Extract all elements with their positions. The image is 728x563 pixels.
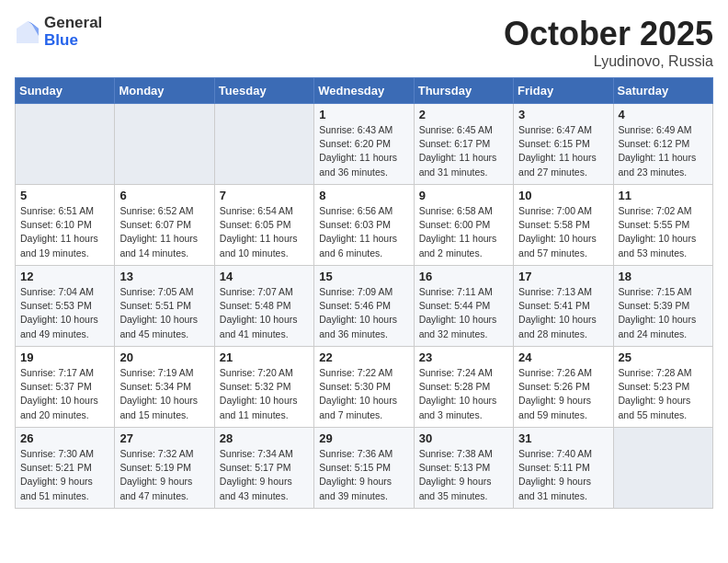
month-title: October 2025 [504, 15, 713, 53]
calendar-week-5: 26Sunrise: 7:30 AMSunset: 5:21 PMDayligh… [16, 428, 713, 509]
day-info: Sunrise: 7:38 AMSunset: 5:13 PMDaylight:… [419, 447, 508, 503]
calendar-cell: 4Sunrise: 6:49 AMSunset: 6:12 PMDaylight… [613, 104, 712, 185]
weekday-header-tuesday: Tuesday [214, 78, 313, 104]
calendar-cell: 1Sunrise: 6:43 AMSunset: 6:20 PMDaylight… [314, 104, 414, 185]
calendar-cell: 30Sunrise: 7:38 AMSunset: 5:13 PMDayligh… [414, 428, 513, 509]
calendar-cell: 10Sunrise: 7:00 AMSunset: 5:58 PMDayligh… [514, 185, 613, 266]
day-info: Sunrise: 7:28 AMSunset: 5:23 PMDaylight:… [619, 366, 708, 422]
weekday-header-row: SundayMondayTuesdayWednesdayThursdayFrid… [16, 78, 713, 104]
calendar-cell: 22Sunrise: 7:22 AMSunset: 5:30 PMDayligh… [314, 347, 414, 428]
weekday-header-saturday: Saturday [613, 78, 712, 104]
day-info: Sunrise: 6:54 AMSunset: 6:05 PMDaylight:… [220, 204, 309, 260]
calendar-cell [214, 104, 313, 185]
day-number: 13 [119, 270, 209, 283]
calendar-table: SundayMondayTuesdayWednesdayThursdayFrid… [15, 77, 713, 509]
day-number: 1 [319, 108, 408, 121]
day-number: 5 [20, 189, 109, 202]
day-number: 10 [518, 189, 608, 202]
day-info: Sunrise: 7:00 AMSunset: 5:58 PMDaylight:… [518, 204, 608, 260]
day-info: Sunrise: 7:36 AMSunset: 5:15 PMDaylight:… [319, 447, 408, 503]
day-number: 24 [518, 350, 608, 364]
day-number: 18 [619, 270, 708, 283]
weekday-header-wednesday: Wednesday [314, 78, 414, 104]
day-info: Sunrise: 6:58 AMSunset: 6:00 PMDaylight:… [419, 204, 508, 260]
day-number: 31 [518, 431, 608, 445]
day-info: Sunrise: 7:40 AMSunset: 5:11 PMDaylight:… [518, 447, 608, 503]
calendar-week-2: 5Sunrise: 6:51 AMSunset: 6:10 PMDaylight… [16, 185, 713, 266]
day-info: Sunrise: 7:30 AMSunset: 5:21 PMDaylight:… [20, 447, 109, 503]
day-number: 30 [419, 431, 508, 445]
calendar-cell: 20Sunrise: 7:19 AMSunset: 5:34 PMDayligh… [115, 347, 214, 428]
day-number: 9 [419, 189, 508, 202]
day-number: 7 [220, 189, 309, 202]
calendar-cell: 13Sunrise: 7:05 AMSunset: 5:51 PMDayligh… [115, 266, 214, 347]
day-number: 22 [319, 350, 408, 364]
calendar-cell: 25Sunrise: 7:28 AMSunset: 5:23 PMDayligh… [613, 347, 712, 428]
calendar-cell: 28Sunrise: 7:34 AMSunset: 5:17 PMDayligh… [214, 428, 313, 509]
logo: General Blue [15, 15, 102, 49]
calendar-cell: 27Sunrise: 7:32 AMSunset: 5:19 PMDayligh… [115, 428, 214, 509]
calendar-cell: 29Sunrise: 7:36 AMSunset: 5:15 PMDayligh… [314, 428, 414, 509]
day-number: 11 [619, 189, 708, 202]
day-number: 12 [20, 270, 109, 283]
weekday-header-thursday: Thursday [414, 78, 513, 104]
day-info: Sunrise: 7:05 AMSunset: 5:51 PMDaylight:… [119, 285, 209, 341]
day-info: Sunrise: 7:09 AMSunset: 5:46 PMDaylight:… [319, 285, 408, 341]
calendar-cell [613, 428, 712, 509]
day-info: Sunrise: 7:02 AMSunset: 5:55 PMDaylight:… [619, 204, 708, 260]
calendar-cell: 21Sunrise: 7:20 AMSunset: 5:32 PMDayligh… [214, 347, 313, 428]
calendar-cell: 11Sunrise: 7:02 AMSunset: 5:55 PMDayligh… [613, 185, 712, 266]
day-info: Sunrise: 7:32 AMSunset: 5:19 PMDaylight:… [119, 447, 209, 503]
day-info: Sunrise: 7:04 AMSunset: 5:53 PMDaylight:… [20, 285, 109, 341]
day-number: 21 [220, 350, 309, 364]
day-info: Sunrise: 6:56 AMSunset: 6:03 PMDaylight:… [319, 204, 408, 260]
day-number: 23 [419, 350, 508, 364]
page-header: General Blue October 2025 Lyudinovo, Rus… [15, 15, 713, 70]
day-number: 4 [619, 108, 708, 121]
calendar-cell: 18Sunrise: 7:15 AMSunset: 5:39 PMDayligh… [613, 266, 712, 347]
calendar-cell: 31Sunrise: 7:40 AMSunset: 5:11 PMDayligh… [514, 428, 613, 509]
calendar-cell: 9Sunrise: 6:58 AMSunset: 6:00 PMDaylight… [414, 185, 513, 266]
calendar-week-3: 12Sunrise: 7:04 AMSunset: 5:53 PMDayligh… [16, 266, 713, 347]
logo-icon [15, 19, 40, 45]
day-number: 14 [220, 270, 309, 283]
day-info: Sunrise: 6:45 AMSunset: 6:17 PMDaylight:… [419, 123, 508, 179]
calendar-week-1: 1Sunrise: 6:43 AMSunset: 6:20 PMDaylight… [16, 104, 713, 185]
calendar-week-4: 19Sunrise: 7:17 AMSunset: 5:37 PMDayligh… [16, 347, 713, 428]
day-info: Sunrise: 7:22 AMSunset: 5:30 PMDaylight:… [319, 366, 408, 422]
day-number: 29 [319, 431, 408, 445]
calendar-cell: 19Sunrise: 7:17 AMSunset: 5:37 PMDayligh… [16, 347, 115, 428]
day-info: Sunrise: 7:34 AMSunset: 5:17 PMDaylight:… [220, 447, 309, 503]
calendar-cell: 14Sunrise: 7:07 AMSunset: 5:48 PMDayligh… [214, 266, 313, 347]
day-info: Sunrise: 7:24 AMSunset: 5:28 PMDaylight:… [419, 366, 508, 422]
day-number: 16 [419, 270, 508, 283]
day-number: 19 [20, 350, 109, 364]
title-block: October 2025 Lyudinovo, Russia [504, 15, 713, 70]
calendar-cell: 8Sunrise: 6:56 AMSunset: 6:03 PMDaylight… [314, 185, 414, 266]
day-number: 2 [419, 108, 508, 121]
day-info: Sunrise: 6:51 AMSunset: 6:10 PMDaylight:… [20, 204, 109, 260]
day-number: 28 [220, 431, 309, 445]
calendar-cell: 5Sunrise: 6:51 AMSunset: 6:10 PMDaylight… [16, 185, 115, 266]
calendar-cell [16, 104, 115, 185]
calendar-cell: 17Sunrise: 7:13 AMSunset: 5:41 PMDayligh… [514, 266, 613, 347]
day-number: 6 [119, 189, 209, 202]
day-number: 3 [518, 108, 608, 121]
calendar-cell: 24Sunrise: 7:26 AMSunset: 5:26 PMDayligh… [514, 347, 613, 428]
day-info: Sunrise: 7:13 AMSunset: 5:41 PMDaylight:… [518, 285, 608, 341]
day-info: Sunrise: 7:11 AMSunset: 5:44 PMDaylight:… [419, 285, 508, 341]
weekday-header-sunday: Sunday [16, 78, 115, 104]
svg-marker-0 [17, 21, 39, 43]
calendar-cell: 6Sunrise: 6:52 AMSunset: 6:07 PMDaylight… [115, 185, 214, 266]
logo-blue: Blue [44, 32, 102, 50]
day-number: 20 [119, 350, 209, 364]
day-info: Sunrise: 7:20 AMSunset: 5:32 PMDaylight:… [220, 366, 309, 422]
calendar-cell: 15Sunrise: 7:09 AMSunset: 5:46 PMDayligh… [314, 266, 414, 347]
day-info: Sunrise: 6:49 AMSunset: 6:12 PMDaylight:… [619, 123, 708, 179]
calendar-cell: 23Sunrise: 7:24 AMSunset: 5:28 PMDayligh… [414, 347, 513, 428]
calendar-cell: 3Sunrise: 6:47 AMSunset: 6:15 PMDaylight… [514, 104, 613, 185]
day-info: Sunrise: 7:15 AMSunset: 5:39 PMDaylight:… [619, 285, 708, 341]
day-info: Sunrise: 7:07 AMSunset: 5:48 PMDaylight:… [220, 285, 309, 341]
weekday-header-monday: Monday [115, 78, 214, 104]
day-info: Sunrise: 7:26 AMSunset: 5:26 PMDaylight:… [518, 366, 608, 422]
